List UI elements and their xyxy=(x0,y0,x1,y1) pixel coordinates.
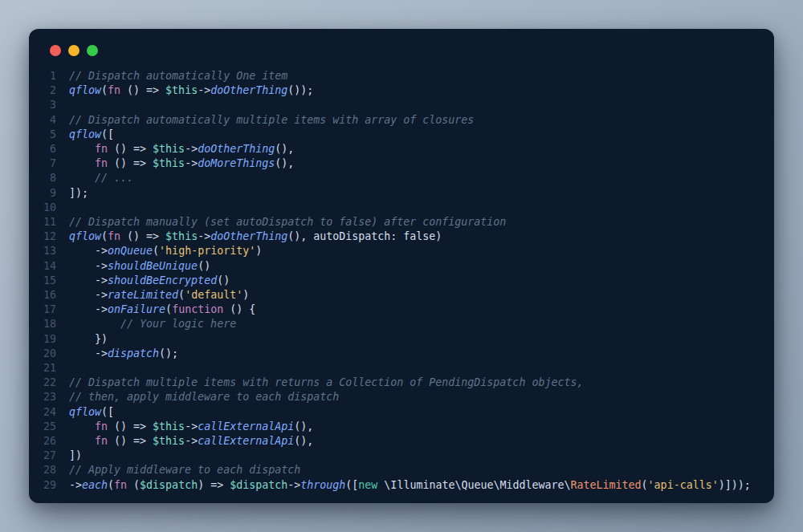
code-token: $this xyxy=(153,156,185,171)
code-token: ( xyxy=(101,229,108,244)
code-token: 'api-calls' xyxy=(648,478,719,493)
line-number: 27 xyxy=(42,449,56,463)
line-number: 16 xyxy=(42,288,56,303)
code-line: 2qflow(fn () => $this->doOtherThing()); xyxy=(42,83,761,98)
code-token: -> xyxy=(185,156,198,171)
code-line: 11// Dispatch manually (set autoDispatch… xyxy=(42,215,761,229)
code-token: () => xyxy=(120,229,165,244)
code-token: (); xyxy=(159,347,178,361)
code-line: 26 fn () => $this->callExternalApi(), xyxy=(42,434,761,449)
code-token: ( xyxy=(178,288,185,303)
code-token: $this xyxy=(165,229,198,244)
line-number: 13 xyxy=(42,244,56,258)
code-token xyxy=(69,420,95,434)
code-token: $dispatch xyxy=(230,478,287,493)
code-token: ( xyxy=(127,478,140,493)
code-token: () xyxy=(217,274,230,288)
code-token: new xyxy=(358,478,377,493)
line-number: 14 xyxy=(42,259,56,274)
code-token xyxy=(69,434,95,449)
line-number: 24 xyxy=(42,405,56,420)
code-line: 16 ->rateLimited('default') xyxy=(42,288,761,303)
code-token: fn xyxy=(108,83,120,98)
code-token: doOtherThing xyxy=(210,229,287,244)
code-token xyxy=(69,156,95,171)
code-token: \Illuminate\Queue\Middleware\ xyxy=(377,478,570,493)
line-number: 25 xyxy=(42,420,56,434)
code-token: ]); xyxy=(69,186,88,201)
code-token: (), xyxy=(294,434,313,449)
zoom-button[interactable] xyxy=(87,45,98,56)
code-token: // Dispatch manually (set autoDispatch t… xyxy=(69,215,506,229)
line-number: 6 xyxy=(42,142,56,156)
code-token: -> xyxy=(185,420,198,434)
code-line: 10 xyxy=(42,201,761,215)
line-number: 29 xyxy=(42,478,56,493)
line-number: 1 xyxy=(42,69,56,83)
code-line: 20 ->dispatch(); xyxy=(42,347,761,361)
code-line: 27]) xyxy=(42,449,761,463)
code-token: ( xyxy=(153,244,159,258)
code-token: $this xyxy=(165,83,198,98)
code-token: () { xyxy=(223,303,255,317)
code-line: 25 fn () => $this->callExternalApi(), xyxy=(42,420,761,434)
code-line: 3 xyxy=(42,98,761,112)
code-line: 6 fn () => $this->doOtherThing(), xyxy=(42,142,761,156)
code-token: $this xyxy=(153,142,185,156)
code-token: fn xyxy=(95,156,108,171)
code-token: ) => xyxy=(198,478,230,493)
line-number: 23 xyxy=(42,390,56,404)
code-token: // Dispatch automatically multiple items… xyxy=(69,113,474,128)
code-token: (), autoDispatch: false) xyxy=(287,229,442,244)
code-token: ()); xyxy=(287,83,313,98)
code-token: -> xyxy=(69,244,108,258)
code-token xyxy=(69,142,95,156)
code-editor[interactable]: 1// Dispatch automatically One item2qflo… xyxy=(42,69,761,493)
line-number: 8 xyxy=(42,171,56,185)
line-number: 18 xyxy=(42,317,56,331)
code-token: // Dispatch multiple items with returns … xyxy=(69,376,583,390)
code-token: fn xyxy=(95,142,108,156)
code-token: each xyxy=(82,478,108,493)
code-token: () => xyxy=(108,434,153,449)
code-token: // Apply middleware to each dispatch xyxy=(69,463,300,477)
line-number: 4 xyxy=(42,113,56,128)
code-token: -> xyxy=(287,478,300,493)
code-line: 28// Apply middleware to each dispatch xyxy=(42,463,761,477)
code-token: $dispatch xyxy=(140,478,198,493)
code-token: callExternalApi xyxy=(198,420,294,434)
code-token: -> xyxy=(198,83,210,98)
code-token: ([ xyxy=(101,128,114,142)
code-token: doOtherThing xyxy=(198,142,275,156)
code-token: // Your logic here xyxy=(120,317,236,331)
close-button[interactable] xyxy=(50,45,61,56)
code-token: fn xyxy=(114,478,127,493)
code-line: 19 }) xyxy=(42,332,761,347)
line-number: 10 xyxy=(42,201,56,215)
code-token: ) xyxy=(255,244,262,258)
code-token: dispatch xyxy=(108,347,159,361)
line-number: 7 xyxy=(42,156,56,171)
code-line: 29->each(fn ($dispatch) => $dispatch->th… xyxy=(42,478,761,493)
line-number: 17 xyxy=(42,303,56,317)
code-line: 12qflow(fn () => $this->doOtherThing(), … xyxy=(42,229,761,244)
line-number: 3 xyxy=(42,98,56,112)
code-token: qflow xyxy=(69,83,101,98)
code-token: ([ xyxy=(101,405,114,420)
code-line: 13 ->onQueue('high-priority') xyxy=(42,244,761,258)
code-token: fn xyxy=(108,229,120,244)
code-token: ( xyxy=(101,83,108,98)
code-token: () => xyxy=(108,156,153,171)
code-token: rateLimited xyxy=(108,288,178,303)
code-token: ([ xyxy=(345,478,358,493)
code-token: // Dispatch automatically One item xyxy=(69,69,287,83)
code-token: () => xyxy=(120,83,165,98)
code-token: doOtherThing xyxy=(210,83,287,98)
line-number: 20 xyxy=(42,347,56,361)
code-token: 'default' xyxy=(185,288,243,303)
minimize-button[interactable] xyxy=(68,45,79,56)
code-line: 18 // Your logic here xyxy=(42,317,761,331)
code-token: ( xyxy=(165,303,172,317)
line-number: 5 xyxy=(42,128,56,142)
code-token: }) xyxy=(69,332,108,347)
